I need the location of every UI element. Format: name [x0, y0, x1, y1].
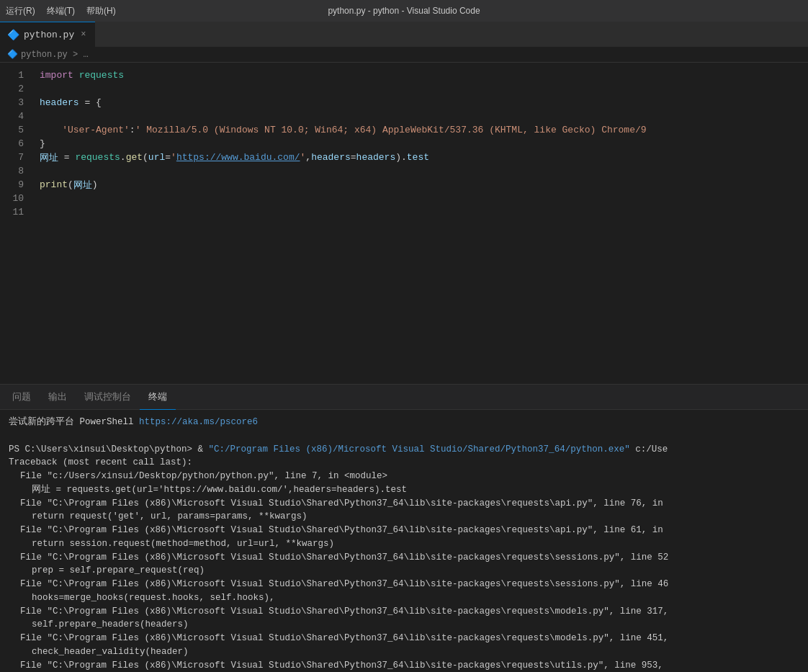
term-line-traceback: Traceback (most recent call last): — [9, 456, 799, 470]
menu-run[interactable]: 运行(R) — [6, 5, 35, 17]
breadcrumb-icon: 🔷 — [7, 49, 18, 60]
term-line-notice: 尝试新的跨平台 PowerShell https://aka.ms/pscore… — [9, 416, 799, 429]
line-num-7: 7 — [0, 151, 32, 164]
code-line-2 — [40, 82, 808, 96]
term-line-f3-code: return session.request(method=method, ur… — [9, 537, 799, 551]
line-num-9: 9 — [0, 178, 32, 192]
tab-problems[interactable]: 问题 — [4, 385, 40, 410]
term-line-f2-code: return request('get', url, params=params… — [9, 510, 799, 524]
line-num-10: 10 — [0, 192, 32, 205]
terminal-output[interactable]: 尝试新的跨平台 PowerShell https://aka.ms/pscore… — [0, 410, 808, 672]
term-blank-1 — [9, 429, 799, 443]
term-line-f6: File "C:\Program Files (x86)\Microsoft V… — [9, 605, 799, 619]
term-line-f7-code: check_header_validity(header) — [9, 645, 799, 659]
code-line-8 — [40, 164, 808, 178]
term-line-f1: File "c:/Users/xinsui/Desktop/python/pyt… — [9, 470, 799, 483]
line-num-3: 3 — [0, 96, 32, 109]
line-num-4: 4 — [0, 109, 32, 123]
line-num-1: 1 — [0, 68, 32, 82]
menu-bar: 运行(R) 终端(T) 帮助(H) — [6, 5, 116, 17]
line-num-2: 2 — [0, 82, 32, 96]
tab-bar: 🔷 python.py × — [0, 22, 808, 47]
window-title: python.py - python - Visual Studio Code — [328, 6, 480, 16]
tab-close-button[interactable]: × — [78, 28, 88, 41]
term-line-f2: File "C:\Program Files (x86)\Microsoft V… — [9, 497, 799, 511]
breadcrumb-path: python.py > … — [21, 50, 89, 60]
menu-terminal[interactable]: 终端(T) — [47, 5, 75, 17]
term-line-prompt: PS C:\Users\xinsui\Desktop\python> & "C:… — [9, 443, 799, 457]
term-line-f6-code: self.prepare_headers(headers) — [9, 618, 799, 632]
tab-debug-console[interactable]: 调试控制台 — [76, 385, 140, 410]
line-num-8: 8 — [0, 164, 32, 178]
code-line-5: 'User-Agent':' Mozilla/5.0 (Windows NT 1… — [40, 123, 808, 137]
tab-output[interactable]: 输出 — [40, 385, 76, 410]
line-num-5: 5 — [0, 123, 32, 137]
code-editor[interactable]: import requests headers = { 'User-Agent'… — [32, 63, 808, 384]
line-num-6: 6 — [0, 137, 32, 151]
term-line-f4-code: prep = self.prepare_request(req) — [9, 564, 799, 578]
term-line-f8: File "C:\Program Files (x86)\Microsoft V… — [9, 659, 799, 673]
line-num-11: 11 — [0, 205, 32, 219]
line-numbers: 1 2 3 4 5 6 7 8 9 10 11 — [0, 63, 32, 384]
titlebar: 运行(R) 终端(T) 帮助(H) python.py - python - V… — [0, 0, 808, 22]
tab-label: python.py — [24, 30, 74, 40]
term-line-f3: File "C:\Program Files (x86)\Microsoft V… — [9, 524, 799, 537]
code-line-3: headers = { — [40, 96, 808, 109]
tab-terminal[interactable]: 终端 — [140, 385, 176, 410]
code-line-10 — [40, 192, 808, 205]
tab-file-icon: 🔷 — [7, 29, 19, 41]
menu-help[interactable]: 帮助(H) — [86, 5, 116, 17]
term-line-f1-code: 网址 = requests.get(url='https://www.baidu… — [9, 483, 799, 497]
code-line-1: import requests — [40, 68, 808, 82]
term-line-f5-code: hooks=merge_hooks(request.hooks, self.ho… — [9, 591, 799, 605]
code-line-7: 网址 = requests.get(url='https://www.baidu… — [40, 151, 808, 164]
term-line-f5: File "C:\Program Files (x86)\Microsoft V… — [9, 578, 799, 591]
tab-python-py[interactable]: 🔷 python.py × — [0, 22, 95, 47]
code-line-6: } — [40, 137, 808, 151]
code-line-4 — [40, 109, 808, 123]
panel-tabs: 问题 输出 调试控制台 终端 — [0, 385, 808, 410]
term-line-f4: File "C:\Program Files (x86)\Microsoft V… — [9, 551, 799, 565]
term-line-f7: File "C:\Program Files (x86)\Microsoft V… — [9, 632, 799, 645]
panel: 问题 输出 调试控制台 终端 尝试新的跨平台 PowerShell https:… — [0, 384, 808, 672]
code-line-11 — [40, 205, 808, 219]
code-line-9: print(网址) — [40, 178, 808, 192]
breadcrumb: 🔷 python.py > … — [0, 47, 808, 63]
editor-area: 1 2 3 4 5 6 7 8 9 10 11 import requests … — [0, 63, 808, 384]
